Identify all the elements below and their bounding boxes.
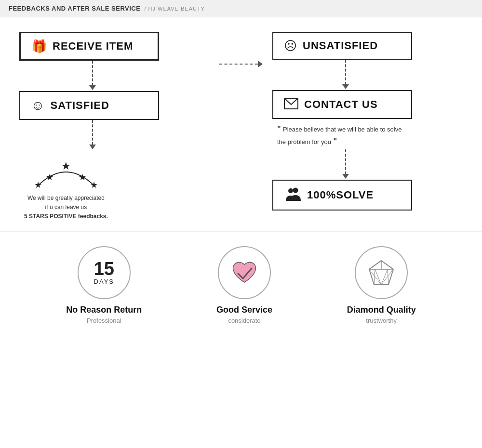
service-title: Good Service: [216, 305, 272, 315]
arrow-down-2: [89, 120, 96, 149]
svg-text:★: ★: [90, 180, 98, 190]
days-label: DAYS: [94, 278, 114, 285]
unsatisfied-box: ☹ UNSATISFIED: [272, 32, 412, 60]
svg-point-7: [293, 188, 298, 193]
h-arrow-connector: [219, 61, 263, 67]
people-icon: [284, 187, 301, 203]
svg-text:★: ★: [34, 180, 42, 190]
svg-text:★: ★: [79, 172, 86, 182]
stars-section: ★ ★ ★ ★ ★ We will be greatly appreciated…: [24, 155, 108, 222]
quality-title: Diamond Quality: [347, 305, 416, 315]
svg-line-13: [369, 269, 381, 285]
receive-item-label: RECEIVE ITEM: [53, 40, 133, 53]
right-column: ☹ UNSATISFIED CONTACT US " Please believ…: [263, 32, 463, 211]
return-sub: Professional: [87, 317, 121, 324]
bottom-section: 15 DAYS No Reason Return Professional Go…: [0, 231, 482, 339]
arrow-down-1: [89, 61, 96, 90]
unsatisfied-label: UNSATISFIED: [303, 40, 378, 52]
heart-icon: [228, 256, 261, 290]
left-column: 🎁 RECEIVE ITEM ☺ SATISFIED ★: [19, 32, 219, 222]
sad-icon: ☹: [284, 40, 297, 52]
days-number: 15: [94, 260, 114, 278]
page-title: FEEDBACKS AND AFTER SALE SERVICE: [9, 5, 140, 12]
contact-us-label: CONTACT US: [304, 98, 378, 111]
bottom-item-quality: Diamond Quality trustworthy: [347, 246, 416, 324]
service-sub: considerate: [228, 317, 260, 324]
svg-line-10: [381, 261, 393, 269]
arrow-down-4: [342, 149, 349, 179]
stars-arc-svg: ★ ★ ★ ★ ★: [32, 155, 100, 190]
svg-text:★: ★: [61, 160, 71, 172]
quality-sub: trustworthy: [366, 317, 397, 324]
service-circle: [218, 246, 271, 299]
bottom-item-service: Good Service considerate: [216, 246, 272, 324]
diamond-icon: [364, 256, 398, 290]
quote-text: " Please believe that we will be able to…: [277, 123, 407, 147]
mail-icon: [284, 98, 298, 111]
svg-line-19: [388, 269, 388, 285]
solve-label: 100%SOLVE: [307, 189, 374, 201]
return-title: No Reason Return: [66, 305, 142, 315]
svg-point-6: [288, 188, 293, 193]
bottom-item-return: 15 DAYS No Reason Return Professional: [66, 246, 142, 324]
contact-us-box: CONTACT US: [272, 90, 412, 119]
stars-description: We will be greatly appreciated if u can …: [24, 194, 108, 222]
svg-line-14: [381, 269, 393, 285]
satisfied-label: SATISFIED: [51, 99, 109, 112]
svg-line-9: [369, 261, 381, 269]
svg-line-18: [374, 269, 375, 285]
solve-box: 100%SOLVE: [272, 180, 412, 211]
arrow-down-3: [342, 60, 349, 89]
svg-text:★: ★: [46, 172, 54, 182]
happy-icon: ☺: [31, 99, 45, 112]
days-circle: 15 DAYS: [78, 246, 131, 299]
gift-icon: 🎁: [31, 40, 47, 53]
top-bar: FEEDBACKS AND AFTER SALE SERVICE / HJ WE…: [0, 0, 482, 17]
page-subtitle: / HJ WEAVE BEAUTY: [144, 6, 205, 12]
quality-circle: [355, 246, 408, 299]
svg-line-15: [375, 269, 381, 285]
satisfied-box: ☺ SATISFIED: [19, 91, 159, 120]
svg-line-16: [381, 269, 388, 285]
receive-item-box: 🎁 RECEIVE ITEM: [19, 32, 159, 61]
